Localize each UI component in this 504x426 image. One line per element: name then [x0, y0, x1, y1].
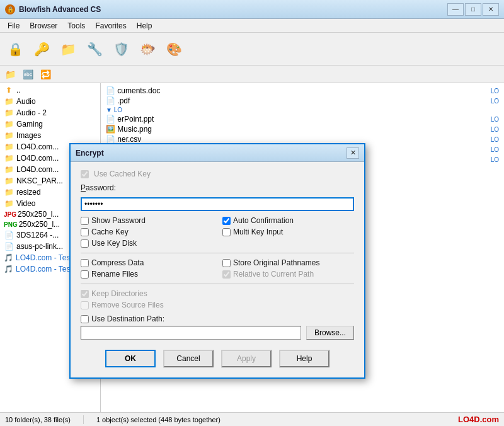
use-cached-key-label: Use Cached Key	[94, 170, 151, 178]
password-row: Password:	[81, 183, 354, 192]
folder-icon: 📁	[4, 108, 14, 118]
browse-button[interactable]: Browse...	[306, 326, 354, 340]
folder-icon: ⬆	[4, 85, 14, 95]
use-key-disk-option: Use Key Disk	[81, 239, 212, 248]
toolbar-fish-btn[interactable]: 🐡	[135, 37, 160, 62]
cache-key-checkbox[interactable]	[81, 228, 89, 236]
separator-2	[81, 284, 354, 284]
use-key-disk-label: Use Key Disk	[91, 239, 137, 248]
password-input[interactable]	[81, 197, 354, 211]
relative-path-label: Relative to Current Path	[233, 270, 314, 279]
apply-button[interactable]: Apply	[221, 350, 272, 367]
toolbar-tools-btn[interactable]: 🔧	[82, 37, 107, 62]
list-item[interactable]: 📄 cuments.docLO	[103, 86, 501, 96]
list-item[interactable]: ⬆ ..	[1, 84, 99, 96]
dialog-title-bar: Encrypt ✕	[71, 144, 364, 162]
title-bar: 🔒 Blowfish Advanced CS — □ ✕	[0, 0, 504, 19]
dest-input-row: Browse...	[81, 326, 354, 340]
list-item[interactable]: 📁 Gaming	[1, 118, 99, 130]
list-item[interactable]: 📁 Audio	[1, 96, 99, 107]
nav-btn-2[interactable]: 🔤	[20, 67, 35, 82]
minimize-button[interactable]: —	[447, 3, 464, 16]
list-item[interactable]: 📄 erPoint.pptLO	[103, 114, 501, 124]
multi-key-input-label: Multi Key Input	[233, 227, 283, 236]
folder-icon: 📁	[4, 164, 14, 175]
address-bar: 📁 🔤 🔁	[0, 66, 504, 83]
nav-btn-1[interactable]: 📁	[3, 67, 18, 82]
show-password-label: Show Password	[91, 216, 146, 225]
password-label: Password:	[81, 183, 125, 192]
list-item[interactable]: 📄 .pdfLO	[103, 96, 501, 106]
png-badge: PNG	[4, 221, 18, 228]
dir-options-section: Keep Directories Remove Source Files	[81, 289, 354, 309]
list-item[interactable]: 📁 Images	[1, 130, 99, 141]
relative-path-checkbox[interactable]	[222, 270, 231, 279]
dialog-close-button[interactable]: ✕	[346, 147, 359, 159]
auto-confirmation-option: Auto Confirmation	[222, 216, 354, 225]
show-password-option: Show Password	[81, 216, 212, 225]
use-dest-path-checkbox[interactable]	[81, 315, 89, 323]
status-divider	[83, 415, 84, 424]
destination-input[interactable]	[81, 326, 301, 340]
menu-bar: File Browser Tools Favorites Help	[0, 19, 504, 33]
maximize-button[interactable]: □	[465, 3, 481, 16]
folder-icon: 📁	[4, 187, 14, 197]
menu-tools[interactable]: Tools	[62, 20, 90, 32]
status-folders: 10 folder(s), 38 file(s)	[5, 416, 71, 423]
status-selected: 1 object(s) selected (448 bytes together…	[96, 416, 220, 423]
use-cached-key-checkbox[interactable]	[81, 170, 89, 178]
remove-source-option: Remove Source Files	[81, 301, 212, 309]
options-section: Show Password Auto Confirmation Cache Ke…	[81, 216, 354, 248]
multi-key-input-option: Multi Key Input	[222, 227, 354, 236]
menu-browser[interactable]: Browser	[25, 20, 62, 32]
folder-icon: 📁	[4, 153, 14, 163]
keep-dirs-checkbox[interactable]	[81, 290, 89, 298]
toolbar-key-btn[interactable]: 🔑	[29, 37, 54, 62]
nav-btn-3[interactable]: 🔁	[38, 67, 53, 82]
folder-icon: 📁	[4, 176, 14, 186]
keep-dirs-option: Keep Directories	[81, 289, 212, 298]
show-password-checkbox[interactable]	[81, 217, 89, 225]
keep-dirs-label: Keep Directories	[91, 289, 147, 298]
menu-favorites[interactable]: Favorites	[90, 20, 131, 32]
cache-key-label: Cache Key	[91, 227, 129, 236]
compress-data-label: Compress Data	[91, 258, 144, 267]
status-bar: 10 folder(s), 38 file(s) 1 object(s) sel…	[0, 412, 504, 426]
content-area: ⬆ .. 📁 Audio 📁 Audio - 2 📁 Gaming 📁 Imag…	[0, 83, 504, 412]
compress-data-option: Compress Data	[81, 258, 212, 267]
toolbar-paint-btn[interactable]: 🎨	[161, 37, 186, 62]
dest-checkbox-row: Use Destination Path:	[81, 314, 354, 323]
store-pathnames-checkbox[interactable]	[222, 259, 231, 267]
folder-icon: 📁	[4, 96, 14, 106]
help-button[interactable]: Help	[279, 350, 329, 367]
rename-files-option: Rename Files	[81, 270, 212, 279]
close-button[interactable]: ✕	[483, 3, 499, 16]
folder-icon: 📁	[4, 119, 14, 129]
list-item[interactable]: ▼ LO	[103, 106, 501, 114]
ok-button[interactable]: OK	[105, 350, 156, 367]
list-item[interactable]: 🖼️ Music.pngLO	[103, 124, 501, 134]
use-key-disk-checkbox[interactable]	[81, 239, 89, 248]
rename-files-checkbox[interactable]	[81, 270, 89, 279]
multi-key-input-checkbox[interactable]	[222, 228, 231, 236]
use-dest-path-label: Use Destination Path:	[91, 314, 164, 323]
dialog-title: Encrypt	[76, 149, 346, 158]
toolbar-shield-btn[interactable]: 🛡️	[108, 37, 134, 62]
toolbar-folder-btn[interactable]: 📁	[55, 37, 81, 62]
auto-confirmation-checkbox[interactable]	[222, 217, 231, 225]
list-item[interactable]: 📁 Audio - 2	[1, 107, 99, 118]
cancel-button[interactable]: Cancel	[163, 350, 214, 367]
remove-source-checkbox[interactable]	[81, 301, 89, 309]
rename-files-label: Rename Files	[91, 270, 138, 279]
app-title: Blowfish Advanced CS	[19, 5, 447, 14]
app-icon: 🔒	[5, 4, 15, 14]
menu-file[interactable]: File	[3, 20, 25, 32]
folder-icon: 📁	[4, 130, 14, 141]
file-icon: 📄	[4, 230, 14, 240]
toolbar: 🔒 🔑 📁 🔧 🛡️ 🐡 🎨	[0, 33, 504, 66]
encrypt-dialog: Encrypt ✕ Use Cached Key Password:	[69, 143, 365, 379]
menu-help[interactable]: Help	[132, 20, 158, 32]
compress-data-checkbox[interactable]	[81, 259, 89, 267]
lo4d-logo: LO4D.com	[458, 415, 499, 424]
toolbar-lock-btn[interactable]: 🔒	[3, 37, 28, 62]
